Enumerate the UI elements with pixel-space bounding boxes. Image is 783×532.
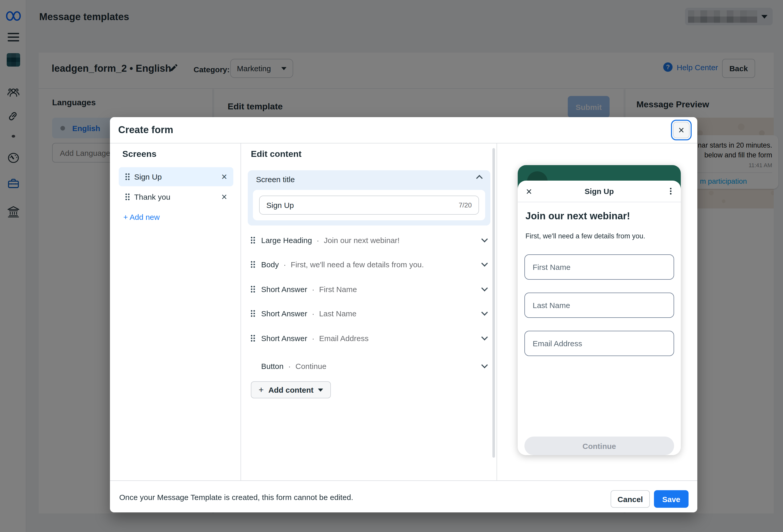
edit-content-heading: Edit content (251, 149, 302, 159)
cancel-button[interactable]: Cancel (610, 490, 650, 508)
row-separator: · (312, 285, 314, 293)
row-value: Email Address (319, 334, 369, 342)
screen-item-sign-up[interactable]: Sign Up × (119, 167, 233, 186)
char-counter: 7/20 (459, 201, 472, 209)
screen: Message templates leadgen_form_2 • Engli… (0, 0, 783, 532)
row-type: Short Answer (261, 285, 307, 293)
chevron-up-icon (477, 177, 482, 181)
content-row-button[interactable]: Button · Continue (248, 359, 490, 372)
footer-note: Once your Message Template is created, t… (119, 493, 353, 502)
row-value: Join our next webinar! (324, 236, 400, 244)
divider (110, 480, 697, 481)
chevron-down-icon[interactable] (482, 262, 487, 267)
add-new-screen-button[interactable]: + Add new (123, 213, 160, 221)
drag-handle-icon[interactable] (251, 310, 255, 317)
screen-title-body: 7/20 (253, 190, 485, 220)
form-sheet: × Sign Up Join our next webinar! First, … (518, 181, 681, 455)
chevron-down-icon[interactable] (482, 287, 487, 291)
row-value: First, we'll need a few details from you… (290, 260, 424, 269)
content-row-short-answer-email[interactable]: Short Answer · Email Address (248, 332, 490, 344)
form-sheet-header: × Sign Up (518, 181, 681, 202)
save-button[interactable]: Save (654, 490, 689, 508)
remove-screen-icon[interactable]: × (221, 192, 227, 202)
chevron-down-icon[interactable] (482, 311, 487, 316)
preview-field-last-name: Last Name (524, 292, 674, 318)
screen-item-thank-you[interactable]: Thank you × (119, 187, 233, 207)
chevron-down-icon[interactable] (482, 364, 487, 368)
row-separator: · (317, 236, 319, 244)
row-value: First Name (319, 285, 357, 293)
content-row-body[interactable]: Body · First, we'll need a few details f… (248, 258, 490, 271)
preview-field-email: Email Address (524, 331, 674, 356)
screens-heading: Screens (122, 149, 156, 159)
kebab-menu-icon (670, 188, 671, 194)
divider (110, 143, 697, 144)
row-separator: · (288, 362, 291, 370)
divider (497, 144, 497, 480)
row-value: Last Name (319, 309, 356, 318)
screen-title-accordion-header[interactable]: Screen title (248, 170, 490, 188)
screen-title-input[interactable] (266, 201, 459, 210)
preview-field-first-name: First Name (524, 254, 674, 280)
preview-continue-button: Continue (524, 437, 674, 455)
close-button[interactable]: × (671, 120, 692, 140)
drag-handle-icon[interactable] (251, 286, 255, 292)
modal-title: Create form (118, 124, 173, 136)
drag-handle-icon[interactable] (251, 237, 255, 243)
screen-title-accordion[interactable]: Screen title 7/20 (248, 170, 490, 225)
drag-handle-icon[interactable] (251, 261, 255, 268)
add-content-label: Add content (269, 385, 314, 394)
chevron-down-icon[interactable] (482, 336, 487, 340)
screen-item-label: Sign Up (134, 173, 162, 181)
row-value: Continue (295, 362, 326, 370)
chevron-down-icon[interactable] (482, 238, 487, 242)
close-icon: × (673, 122, 690, 138)
row-separator: · (312, 334, 314, 342)
row-separator: · (283, 260, 286, 269)
row-type: Short Answer (261, 309, 307, 318)
form-phone-preview: × Sign Up Join our next webinar! First, … (518, 165, 681, 455)
plus-icon: + (259, 385, 264, 395)
row-type: Button (261, 362, 284, 370)
drag-handle-icon[interactable] (125, 174, 130, 180)
row-type: Body (261, 260, 279, 269)
content-row-short-answer-last-name[interactable]: Short Answer · Last Name (248, 307, 490, 319)
drag-handle-icon[interactable] (125, 193, 130, 200)
row-type: Large Heading (261, 236, 312, 244)
row-separator: · (312, 309, 314, 318)
form-title: Sign Up (518, 187, 681, 195)
row-type: Short Answer (261, 334, 307, 342)
scrollbar-thumb[interactable] (493, 148, 495, 458)
form-heading: Join our next webinar! (526, 211, 630, 222)
divider (241, 144, 241, 480)
chevron-down-icon (318, 388, 323, 392)
add-content-button[interactable]: + Add content (251, 381, 331, 398)
drag-handle-icon[interactable] (251, 335, 255, 341)
remove-screen-icon[interactable]: × (221, 172, 227, 182)
content-row-large-heading[interactable]: Large Heading · Join our next webinar! (248, 234, 490, 246)
create-form-modal: Create form × Screens Sign Up × Thank yo… (110, 117, 697, 512)
screen-title-field: 7/20 (259, 195, 479, 215)
content-row-short-answer-first-name[interactable]: Short Answer · First Name (248, 283, 490, 295)
screen-title-label: Screen title (256, 175, 295, 183)
form-body-text: First, we'll need a few details from you… (526, 232, 645, 240)
screen-item-label: Thank you (134, 192, 170, 201)
